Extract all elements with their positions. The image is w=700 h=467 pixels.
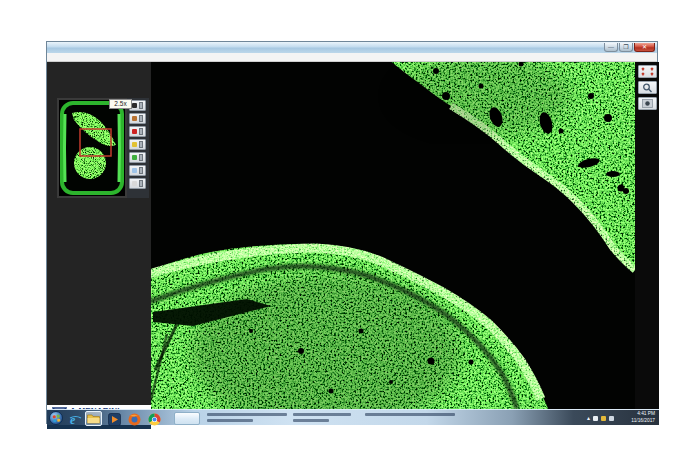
slide-glyph-icon [139, 141, 143, 148]
slide-glyph-icon [139, 102, 143, 109]
minimize-button[interactable]: — [604, 43, 618, 52]
maximize-button[interactable]: ❐ [619, 43, 633, 52]
slide-glyph-icon [139, 154, 143, 161]
sidebar [47, 62, 151, 409]
app-body: 2.5x [47, 62, 659, 409]
slide-glyph-icon [139, 180, 143, 187]
viewer-toolbar [635, 62, 659, 409]
slide-glyph-icon [139, 115, 143, 122]
windows-orb-icon [52, 414, 60, 422]
app-window: — ❐ ✕ File [46, 41, 658, 424]
tray-network-icon[interactable] [593, 416, 598, 421]
clock-date: 11/16/2017 [625, 418, 655, 425]
window-controls: — ❐ ✕ [604, 43, 655, 52]
zoom-preset-1x[interactable] [129, 113, 146, 124]
chrome-icon[interactable] [148, 412, 161, 425]
status-text-blur [207, 419, 253, 422]
zoom-preset-5x[interactable] [129, 139, 146, 150]
slide-navigator-panel [57, 98, 127, 198]
status-text-blur [207, 413, 287, 416]
windows-taskbar: e [47, 409, 659, 425]
window-titlebar: — ❐ ✕ [47, 42, 657, 53]
status-text-blur [293, 419, 329, 422]
internet-explorer-icon[interactable]: e [69, 412, 82, 425]
fluorescence-image[interactable] [151, 62, 635, 409]
magnifier-icon [642, 83, 653, 93]
zoom-preset-10x[interactable] [129, 152, 146, 163]
thumbnail-tissue-mass [74, 147, 106, 179]
menu-bar: File [47, 53, 657, 62]
zoom-preset-10x-color-dot [132, 155, 137, 160]
explorer-taskbar-frame[interactable] [85, 411, 102, 426]
active-app-taskbar-button[interactable] [174, 412, 200, 425]
overview-icon [642, 99, 653, 108]
magnify-button[interactable] [638, 81, 657, 94]
start-button[interactable] [49, 411, 63, 425]
zoom-preset-slide-color-dot [132, 103, 137, 108]
zoom-preset-20x[interactable] [129, 165, 146, 176]
zoom-preset-strip [127, 98, 149, 198]
taskbar-clock[interactable]: 4:41 PM 11/16/2017 [625, 411, 655, 424]
status-text-blur [365, 413, 455, 416]
slide-glyph-icon [139, 128, 143, 135]
zoom-preset-40x[interactable] [129, 178, 146, 189]
tray-expand-icon[interactable]: ▴ [587, 415, 590, 421]
system-tray: ▴ [587, 410, 614, 426]
magnification-label: 2.5x [109, 99, 132, 109]
zoom-preset-1x-color-dot [132, 116, 137, 121]
status-text-blur [293, 413, 351, 416]
slide-glyph-icon [139, 167, 143, 174]
zoom-preset-5x-color-dot [132, 142, 137, 147]
tray-alert-icon[interactable] [601, 416, 606, 421]
zoom-preset-40x-color-dot [132, 181, 137, 186]
svg-text:e: e [70, 413, 76, 426]
zoom-preset-2x-color-dot [132, 129, 137, 134]
zoom-preset-20x-color-dot [132, 168, 137, 173]
slide-viewport[interactable] [151, 62, 635, 409]
fit-screen-icon [641, 67, 654, 76]
media-player-icon[interactable] [108, 412, 121, 425]
firefox-icon[interactable] [128, 412, 141, 425]
tray-volume-icon[interactable] [609, 416, 614, 421]
overview-button[interactable] [638, 97, 657, 110]
slide-thumbnail[interactable] [59, 100, 125, 196]
close-button[interactable]: ✕ [634, 43, 655, 52]
zoom-preset-2x[interactable] [129, 126, 146, 137]
folder-icon [87, 413, 100, 424]
fit-screen-button[interactable] [638, 65, 657, 78]
